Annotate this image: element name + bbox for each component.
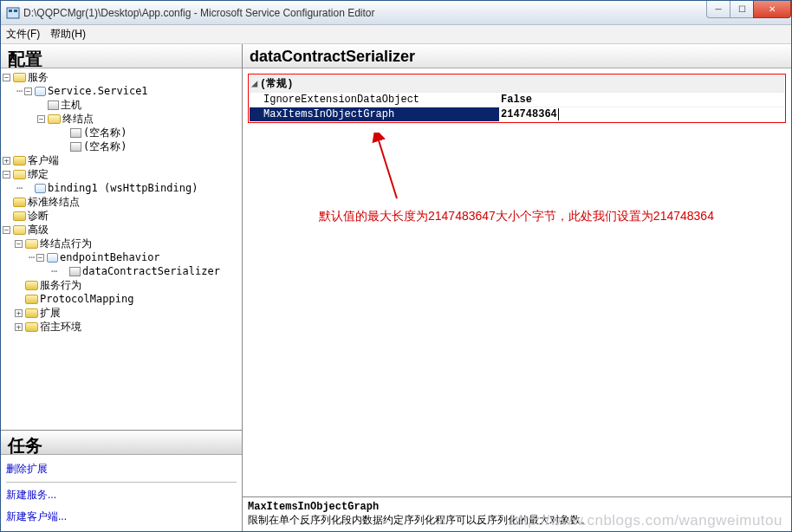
desc-text: 限制在单个反序列化段内数据约定序列化程序可以反序列化的最大对象数。	[248, 513, 786, 528]
folder-icon	[25, 295, 38, 304]
maximize-button[interactable]: ☐	[730, 1, 754, 18]
svg-rect-0	[7, 8, 19, 18]
prop-name: MaxItemsInObjectGraph	[250, 107, 499, 121]
folder-open-icon	[13, 73, 26, 82]
folder-icon	[25, 322, 38, 332]
minimize-button[interactable]: ─	[706, 1, 730, 18]
folder-icon	[13, 198, 26, 207]
collapse-icon[interactable]: −	[15, 240, 23, 248]
close-button[interactable]: ✕	[753, 1, 791, 18]
left-panel: 配置 −服务 ⋯−Service.Service1 主机 −终结点 (空名称) …	[1, 44, 243, 531]
collapse-icon[interactable]: −	[3, 74, 10, 81]
tree-extensions[interactable]: +扩展	[3, 306, 240, 320]
tree-hostenv[interactable]: +宿主环境	[3, 320, 240, 334]
collapse-icon[interactable]: −	[3, 226, 10, 234]
behavior-icon	[47, 253, 58, 263]
menubar: 文件(F) 帮助(H)	[1, 25, 791, 44]
folder-icon	[13, 211, 26, 221]
content: 配置 −服务 ⋯−Service.Service1 主机 −终结点 (空名称) …	[1, 44, 791, 531]
prop-ignoreextensiondataobject[interactable]: IgnoreExtensionDataObject False	[250, 92, 784, 107]
endpoint-icon	[70, 128, 81, 138]
tree-endpointbehavior-node[interactable]: ⋯−endpointBehavior	[3, 250, 240, 264]
tree-service1[interactable]: ⋯−Service.Service1	[3, 84, 240, 98]
folder-icon	[25, 308, 38, 318]
tree-bindings[interactable]: −绑定	[3, 167, 240, 181]
svg-line-3	[378, 138, 397, 198]
menu-file[interactable]: 文件(F)	[6, 27, 40, 42]
tree-endpoint-1[interactable]: (空名称)	[3, 126, 240, 139]
tasks-title: 任务	[1, 431, 242, 455]
service-icon	[35, 87, 46, 96]
expand-icon[interactable]: +	[3, 157, 10, 165]
folder-open-icon	[13, 170, 26, 179]
highlight-box: ◢(常规) IgnoreExtensionDataObject False Ma…	[248, 74, 786, 123]
tree-protocolmapping[interactable]: ProtocolMapping	[3, 292, 240, 306]
tree-host[interactable]: 主机	[3, 98, 240, 112]
collapse-icon[interactable]: −	[3, 171, 10, 178]
svg-rect-2	[14, 10, 17, 12]
window-buttons: ─ ☐ ✕	[707, 1, 791, 18]
collapse-icon[interactable]: −	[36, 254, 44, 262]
tree-services[interactable]: −服务	[3, 70, 240, 84]
task-delete-extension[interactable]: 删除扩展	[6, 458, 237, 480]
tree-endpoints[interactable]: −终结点	[3, 112, 240, 126]
tree-stdendpoints[interactable]: 标准终结点	[3, 195, 240, 209]
menu-help[interactable]: 帮助(H)	[50, 27, 86, 42]
endpoint-icon	[70, 142, 81, 152]
desc-name: MaxItemsInObjectGraph	[248, 501, 786, 513]
task-new-service[interactable]: 新建服务...	[6, 484, 237, 506]
app-icon	[6, 6, 20, 20]
task-new-client[interactable]: 新建客户端...	[6, 506, 237, 528]
prop-value-input[interactable]: 214748364	[499, 107, 784, 121]
folder-open-icon	[13, 225, 26, 235]
folder-icon	[25, 281, 38, 290]
tree-datacontractserializer[interactable]: ⋯dataContractSerializer	[3, 264, 240, 278]
expand-icon[interactable]: +	[15, 309, 23, 317]
tree-endpoint-2[interactable]: (空名称)	[3, 139, 240, 153]
folder-open-icon	[25, 239, 38, 249]
binding-icon	[35, 184, 46, 193]
property-grid-wrap: ◢(常规) IgnoreExtensionDataObject False Ma…	[243, 68, 791, 496]
app-window: D:\QQPCMgr(1)\Desktop\App.config - Micro…	[0, 0, 792, 532]
tree-svcbehavior[interactable]: 服务行为	[3, 278, 240, 292]
tree-binding1[interactable]: ⋯binding1 (wsHttpBinding)	[3, 181, 240, 195]
tasks-body: 删除扩展 新建服务... 新建客户端...	[1, 455, 242, 531]
property-category[interactable]: ◢(常规)	[250, 75, 784, 92]
tree-advanced[interactable]: −高级	[3, 223, 240, 237]
tasks-panel: 任务 删除扩展 新建服务... 新建客户端...	[1, 430, 242, 531]
titlebar: D:\QQPCMgr(1)\Desktop\App.config - Micro…	[1, 1, 791, 25]
svg-rect-1	[9, 10, 12, 12]
tree-epbehavior[interactable]: −终结点行为	[3, 237, 240, 250]
tree-diagnostics[interactable]: 诊断	[3, 209, 240, 223]
prop-maxitemsinobjectgraph[interactable]: MaxItemsInObjectGraph 214748364	[250, 107, 784, 121]
config-panel-title: 配置	[1, 44, 242, 68]
property-grid[interactable]: ◢(常规) IgnoreExtensionDataObject False Ma…	[250, 75, 784, 121]
window-title: D:\QQPCMgr(1)\Desktop\App.config - Micro…	[23, 7, 707, 19]
tree-client[interactable]: +客户端	[3, 153, 240, 167]
property-description: MaxItemsInObjectGraph 限制在单个反序列化段内数据约定序列化…	[243, 496, 791, 531]
folder-open-icon	[48, 114, 61, 124]
collapse-triangle-icon[interactable]: ◢	[251, 77, 260, 90]
config-tree[interactable]: −服务 ⋯−Service.Service1 主机 −终结点 (空名称) (空名…	[1, 68, 242, 430]
collapse-icon[interactable]: −	[37, 115, 45, 123]
divider	[6, 482, 237, 483]
prop-value[interactable]: False	[499, 93, 784, 107]
host-icon	[48, 101, 59, 110]
collapse-icon[interactable]: −	[24, 88, 32, 95]
annotation-arrow-icon	[371, 133, 406, 202]
prop-name: IgnoreExtensionDataObject	[250, 93, 499, 107]
expand-icon[interactable]: +	[15, 323, 23, 331]
right-panel: dataContractSerializer ◢(常规) IgnoreExten…	[243, 44, 791, 531]
annotation-text: 默认值的最大长度为2147483647大小个字节，此处我们设置为21474836…	[319, 209, 714, 224]
extension-icon	[69, 267, 81, 276]
right-title: dataContractSerializer	[243, 44, 791, 68]
folder-icon	[13, 156, 26, 165]
